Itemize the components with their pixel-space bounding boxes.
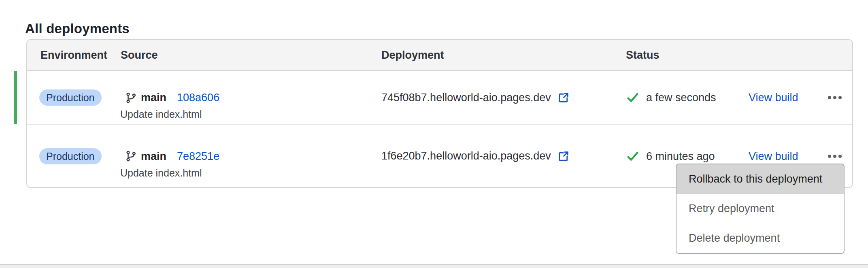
- status-time: 6 minutes ago: [646, 150, 715, 162]
- column-header-environment: Environment: [40, 49, 121, 62]
- deployment-menu-button[interactable]: [827, 151, 842, 161]
- external-link-icon: [557, 91, 570, 104]
- source-cell: main 108a606 Update index.html: [121, 71, 381, 124]
- branch-name: main: [141, 91, 166, 104]
- deployment-cell: 1f6e20b7.helloworld-aio.pages.dev: [381, 125, 626, 187]
- git-branch-icon: [125, 91, 137, 104]
- menu-item-retry[interactable]: Retry deployment: [677, 194, 844, 223]
- ellipsis-icon: [828, 155, 831, 158]
- column-header-status: Status: [626, 49, 852, 62]
- view-build-link[interactable]: View build: [749, 91, 798, 104]
- table-row: Production main 108a606 Update index.htm…: [27, 71, 852, 125]
- table-header-row: Environment Source Deployment Status: [27, 40, 852, 71]
- environment-badge: Production: [39, 89, 102, 106]
- status-cell: a few seconds View build: [626, 71, 852, 124]
- environment-cell: Production: [40, 125, 121, 187]
- status-time: a few seconds: [646, 91, 716, 104]
- column-header-deployment: Deployment: [381, 49, 626, 62]
- deployment-url: 745f08b7.helloworld-aio.pages.dev: [381, 91, 551, 104]
- open-deployment-link[interactable]: [557, 150, 570, 162]
- menu-item-rollback[interactable]: Rollback to this deployment: [677, 164, 844, 194]
- ellipsis-icon: [828, 96, 831, 99]
- commit-message: Update index.html: [120, 167, 202, 179]
- page-bottom-area: [0, 265, 868, 268]
- branch-name: main: [141, 150, 166, 162]
- commit-link[interactable]: 7e8251e: [177, 150, 219, 162]
- success-check-icon: [626, 91, 640, 104]
- deployment-context-menu: Rollback to this deployment Retry deploy…: [676, 164, 845, 254]
- environment-badge: Production: [39, 148, 102, 164]
- open-deployment-link[interactable]: [557, 91, 570, 104]
- environment-cell: Production: [40, 71, 121, 124]
- view-build-link[interactable]: View build: [749, 150, 798, 162]
- deployment-menu-button[interactable]: [827, 93, 842, 102]
- menu-item-delete[interactable]: Delete deployment: [677, 223, 844, 253]
- deployment-cell: 745f08b7.helloworld-aio.pages.dev: [381, 71, 626, 124]
- column-header-source: Source: [121, 49, 381, 62]
- source-cell: main 7e8251e Update index.html: [121, 125, 381, 187]
- deployment-url: 1f6e20b7.helloworld-aio.pages.dev: [381, 150, 551, 162]
- active-deployment-indicator: [14, 71, 17, 124]
- page-title: All deployments: [25, 21, 130, 36]
- commit-link[interactable]: 108a606: [177, 91, 219, 104]
- success-check-icon: [626, 149, 640, 163]
- external-link-icon: [557, 150, 570, 162]
- commit-message: Update index.html: [120, 108, 202, 120]
- git-branch-icon: [125, 150, 137, 162]
